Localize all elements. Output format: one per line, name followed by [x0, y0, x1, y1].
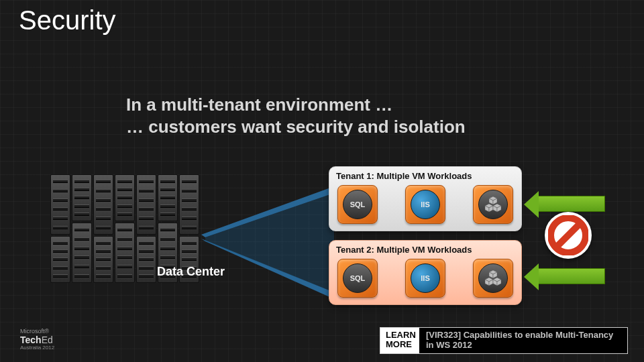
- learn-more-desc: [VIR323] Capabilities to enable Multi-Te…: [419, 328, 627, 353]
- server-rack-icon: [72, 174, 92, 221]
- footer-event: TechEd: [20, 335, 54, 345]
- subhead: In a multi-tenant environment … … custom…: [126, 94, 466, 137]
- server-rack-icon: [115, 174, 135, 221]
- iis-label: IIS: [411, 190, 440, 219]
- footer-event-prefix: Tech: [20, 335, 42, 345]
- tenant2-box: Tenant 2: Multiple VM Workloads SQL IIS: [329, 240, 522, 305]
- learn-more-button[interactable]: LEARN MORE: [380, 328, 419, 353]
- sql-label: SQL: [343, 263, 372, 293]
- footer-logo: Microsoft® TechEd Australia 2012: [20, 328, 54, 351]
- subhead-line2: … customers want security and isolation: [126, 116, 466, 138]
- sql-label: SQL: [343, 190, 372, 219]
- server-rack-icon: [50, 236, 70, 283]
- server-rack-icon: [93, 174, 113, 235]
- iis-label: IIS: [411, 263, 440, 293]
- datacenter-label: Data Center: [157, 265, 225, 279]
- cubes-icon: [478, 263, 508, 293]
- iis-vm-icon: IIS: [405, 185, 445, 224]
- connection-cone-icon: [201, 186, 335, 300]
- page-title: Security: [19, 5, 116, 36]
- learn-more-callout: LEARN MORE [VIR323] Capabilities to enab…: [380, 327, 628, 354]
- server-rack-icon: [179, 174, 199, 235]
- server-rack-icon: [136, 174, 156, 235]
- cubes-vm-icon: [473, 259, 513, 298]
- green-arrow-left-icon: [538, 268, 605, 284]
- svg-marker-0: [201, 186, 334, 237]
- green-arrow-left-icon: [538, 196, 605, 212]
- server-rack-icon: [50, 174, 70, 235]
- tenant1-title: Tenant 1: Multiple VM Workloads: [335, 171, 516, 181]
- svg-line-22: [557, 224, 580, 247]
- tenant2-title: Tenant 2: Multiple VM Workloads: [335, 245, 516, 255]
- tenant1-vm-row: SQL IIS: [335, 184, 516, 225]
- subhead-line1: In a multi-tenant environment …: [126, 95, 392, 115]
- sql-vm-icon: SQL: [337, 259, 378, 298]
- footer-event-suffix: Ed: [42, 335, 53, 345]
- server-rack-icon: [136, 236, 156, 283]
- server-rack-icon: [93, 236, 113, 283]
- server-rack-icon: [115, 223, 135, 283]
- tenant1-box: Tenant 1: Multiple VM Workloads SQL IIS: [329, 166, 522, 231]
- server-rack-icon: [158, 174, 178, 221]
- cubes-vm-icon: [473, 185, 513, 224]
- server-rack-icon: [72, 223, 92, 283]
- sql-vm-icon: SQL: [337, 185, 378, 224]
- no-entry-icon: [545, 212, 592, 259]
- tenant2-vm-row: SQL IIS: [335, 257, 516, 299]
- footer-sub: Australia 2012: [20, 345, 54, 351]
- cubes-icon: [478, 190, 508, 219]
- iis-vm-icon: IIS: [405, 259, 445, 298]
